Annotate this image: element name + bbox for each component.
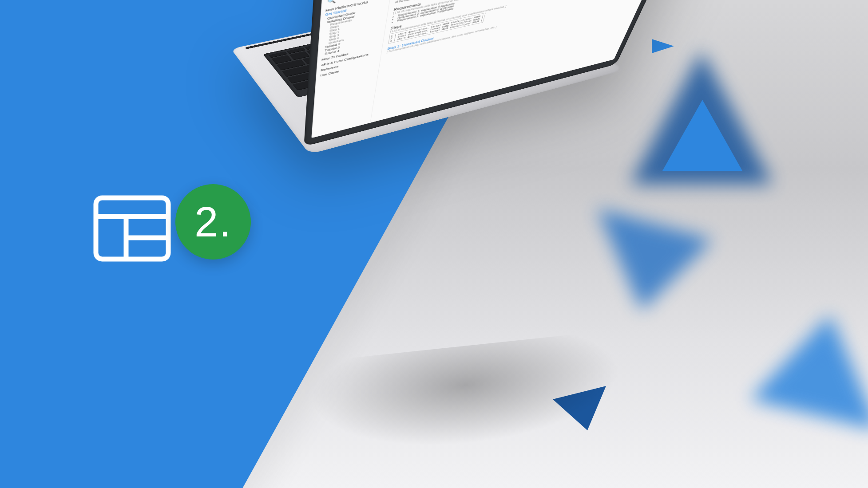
svg-marker-8 bbox=[750, 315, 868, 430]
hero-stage: 2. bbox=[0, 0, 868, 488]
svg-rect-0 bbox=[96, 198, 168, 259]
laptop-mockup: ◀ ▶ PlatformOS Docs https://documentatio… bbox=[209, 31, 697, 475]
triangle-icon bbox=[750, 315, 868, 430]
template-icon bbox=[93, 195, 171, 262]
search-icon[interactable]: 🔍 bbox=[326, 0, 337, 6]
main-content: Documentation › Get Started › Setup › Co… bbox=[369, 0, 677, 130]
laptop-lid: ◀ ▶ PlatformOS Docs https://documentatio… bbox=[304, 0, 703, 147]
